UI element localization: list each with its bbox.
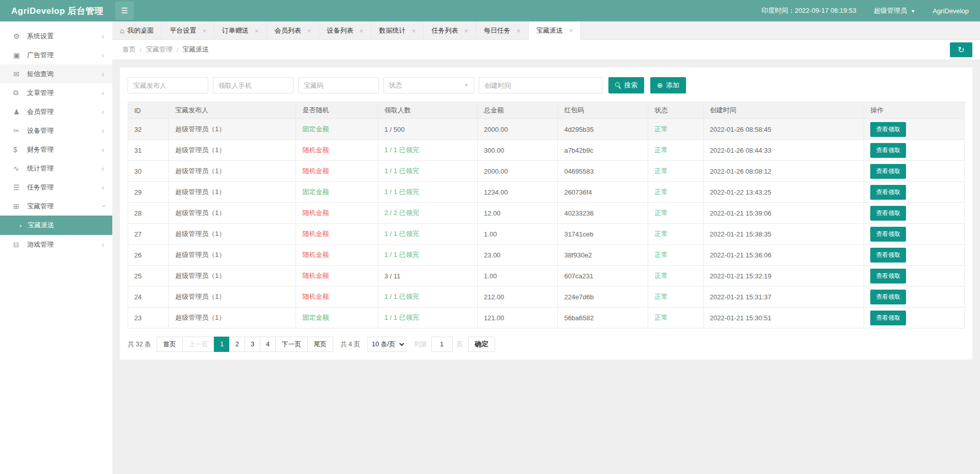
table-row: 26超级管理员（1）随机金额1 / 1 已领完23.0038f930e2正常20… (128, 245, 965, 266)
brand-link[interactable]: AgriDevelop (933, 7, 969, 15)
sidebar-item-article-management[interactable]: ⧉ 文章管理 ‹ (0, 83, 112, 102)
treasure-code-filter-input[interactable] (298, 77, 379, 93)
chevron-down-icon: ‹ (99, 205, 107, 207)
created-time-filter-input[interactable] (479, 77, 602, 93)
tab-label: 任务列表 (431, 26, 458, 35)
cell-created-time: 2022-01-21 15:36:06 (703, 245, 864, 266)
claimer-phone-filter-input[interactable] (213, 77, 293, 93)
tab-label: 订单赠送 (222, 26, 249, 35)
cell-created-time: 2022-01-26 08:44:33 (703, 140, 864, 161)
column-header: 宝藏发布人 (169, 102, 296, 119)
hamburger-menu-icon[interactable]: ☰ (115, 2, 134, 20)
search-icon (615, 82, 621, 88)
user-dropdown[interactable]: 超级管理员 ▼ (874, 6, 916, 15)
cell-random-type: 固定金额 (296, 182, 378, 203)
tab-platform-settings[interactable]: 平台设置× (162, 21, 214, 40)
chevron-left-icon: ‹ (102, 146, 104, 153)
close-icon[interactable]: × (255, 27, 259, 35)
close-icon[interactable]: × (202, 27, 206, 35)
sidebar-item-system-settings[interactable]: ⚙ 系统设置 ‹ (0, 27, 112, 45)
cell-status: 正常 (648, 307, 703, 328)
view-claims-button[interactable]: 查看领取 (870, 143, 906, 158)
pager-button[interactable]: 首页 (157, 337, 183, 352)
sidebar-item-ad-management[interactable]: ▣ 广告管理 ‹ (0, 45, 112, 64)
breadcrumb: 首页/宝藏管理/宝藏派送 (122, 45, 209, 54)
cell-status: 正常 (648, 224, 703, 245)
confirm-button[interactable]: 确定 (468, 337, 495, 352)
cell-publisher: 超级管理员（1） (169, 307, 296, 328)
close-icon[interactable]: × (517, 27, 521, 35)
cell-status: 正常 (648, 161, 703, 182)
chevron-left-icon: ‹ (102, 127, 104, 134)
view-claims-button[interactable]: 查看领取 (870, 185, 906, 200)
view-claims-button[interactable]: 查看领取 (870, 227, 906, 242)
cell-total-amount: 300.00 (478, 140, 558, 161)
per-page-select[interactable]: 10 条/页 (368, 337, 406, 352)
tab-task-list[interactable]: 任务列表× (424, 21, 476, 40)
cell-random-type: 随机金额 (296, 140, 378, 161)
view-claims-button[interactable]: 查看领取 (870, 311, 906, 325)
page-button-2[interactable]: 2 (229, 337, 245, 352)
chevron-left-icon: ‹ (102, 183, 104, 191)
tab-data-stats[interactable]: 数据统计× (372, 21, 424, 40)
sidebar-subitem-treasure-delivery[interactable]: › 宝藏派送 (0, 216, 112, 235)
chevron-left-icon: ‹ (102, 89, 104, 97)
view-claims-button[interactable]: 查看领取 (870, 122, 906, 137)
view-claims-button[interactable]: 查看领取 (870, 248, 906, 263)
tab-label: 会员列表 (275, 26, 301, 35)
sidebar-item-game-management[interactable]: ⊟ 游戏管理 ‹ (0, 235, 112, 254)
page-button-4[interactable]: 4 (260, 337, 276, 352)
goto-label: 到第 (414, 340, 427, 349)
breadcrumb-item[interactable]: 宝藏管理 (146, 45, 173, 54)
cell-action: 查看领取 (864, 161, 965, 182)
sidebar-item-treasure-management[interactable]: ⊞ 宝藏管理 ‹ (0, 197, 112, 216)
refresh-button[interactable]: ↻ (950, 42, 972, 57)
pager-button[interactable]: 尾页 (307, 337, 333, 352)
view-claims-button[interactable]: 查看领取 (870, 164, 906, 179)
breadcrumb-item[interactable]: 首页 (122, 45, 136, 54)
goto-page-input[interactable] (431, 337, 453, 352)
view-claims-button[interactable]: 查看领取 (870, 206, 906, 221)
tab-device-list[interactable]: 设备列表× (319, 21, 372, 40)
pagination: 共 32 条 首页上一页1234下一页尾页 共 4 页 10 条/页 到第 页 … (128, 337, 965, 352)
close-icon[interactable]: × (412, 27, 416, 35)
close-icon[interactable]: × (359, 27, 363, 35)
tab-order-gift[interactable]: 订单赠送× (214, 21, 267, 40)
cell-random-type: 随机金额 (296, 161, 378, 182)
close-icon[interactable]: × (569, 27, 573, 34)
tab-member-list[interactable]: 会员列表× (267, 21, 320, 40)
close-icon[interactable]: × (464, 27, 468, 35)
mail-icon: ✉ (13, 70, 27, 78)
view-claims-button[interactable]: 查看领取 (870, 269, 906, 283)
book-icon: ⧉ (13, 88, 27, 97)
gift-icon: ⊞ (13, 202, 27, 210)
cell-created-time: 2022-01-21 15:38:35 (703, 224, 864, 245)
column-header: ID (128, 102, 169, 119)
cell-status: 正常 (648, 203, 703, 224)
pager-button[interactable]: 下一页 (275, 337, 308, 352)
tab-daily-task[interactable]: 每日任务× (476, 21, 529, 40)
sidebar-item-finance-management[interactable]: $ 财务管理 ‹ (0, 140, 112, 159)
add-button[interactable]: ⊕ 添加 (650, 77, 686, 93)
tab-my-desktop[interactable]: ⌂我的桌面 (112, 21, 162, 40)
cell-claim-count: 1 / 1 已领完 (378, 182, 478, 203)
tab-treasure-delivery[interactable]: 宝藏派送× (529, 21, 581, 40)
status-select[interactable]: 状态 ▼ (383, 77, 474, 93)
sidebar-item-stats-management[interactable]: ∿ 统计管理 ‹ (0, 159, 112, 178)
view-claims-button[interactable]: 查看领取 (870, 290, 906, 304)
publisher-filter-input[interactable] (128, 77, 208, 93)
sidebar-item-sms-query[interactable]: ✉ 短信查询 ‹ (0, 64, 112, 83)
table-row: 28超级管理员（1）随机金额2 / 2 已领完12.0040233236正常20… (128, 203, 965, 224)
add-icon: ⊕ (657, 82, 663, 89)
close-icon[interactable]: × (307, 27, 311, 35)
cell-id: 25 (128, 266, 169, 287)
sidebar-item-task-management[interactable]: ☰ 任务管理 ‹ (0, 178, 112, 197)
search-button[interactable]: 搜索 (608, 77, 644, 93)
sidebar-item-member-management[interactable]: ♟ 会员管理 ‹ (0, 102, 112, 121)
cell-publisher: 超级管理员（1） (169, 203, 296, 224)
cell-total-amount: 23.00 (478, 245, 558, 266)
page-button-3[interactable]: 3 (244, 337, 260, 352)
cell-id: 32 (128, 119, 169, 140)
sidebar-item-device-management[interactable]: ✂ 设备管理 ‹ (0, 121, 112, 140)
cell-created-time: 2022-01-22 13:43:25 (703, 182, 864, 203)
